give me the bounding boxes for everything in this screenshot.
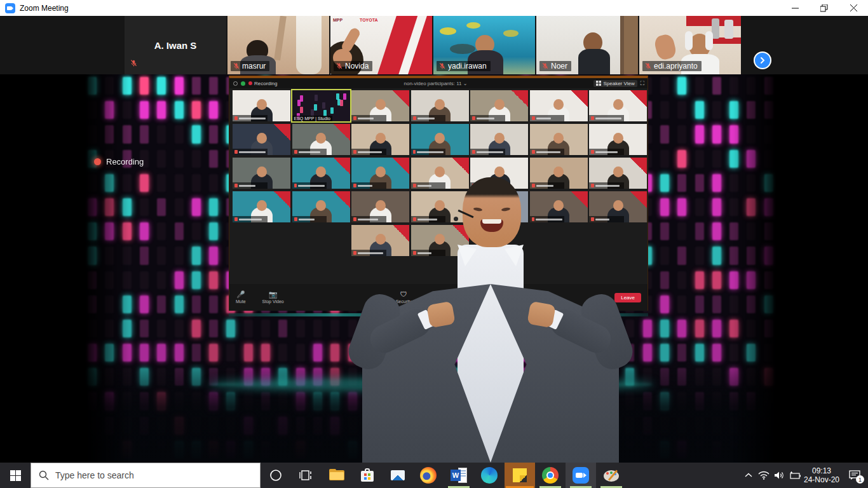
muted-mic-icon <box>336 62 343 70</box>
word-button[interactable]: W <box>444 463 474 488</box>
recording-dot-icon <box>94 158 101 165</box>
chevron-up-icon <box>745 473 752 478</box>
wifi-button[interactable] <box>756 463 771 488</box>
chrome-button[interactable] <box>535 463 566 488</box>
participant-label: Novida <box>334 61 372 71</box>
hidden-icons-button[interactable] <box>741 463 756 488</box>
edge-button[interactable] <box>474 463 505 488</box>
muted-mic-icon <box>541 62 549 70</box>
window-titlebar: Zoom Meeting <box>0 0 868 16</box>
paint-icon <box>603 467 620 484</box>
muted-mic-icon <box>130 58 138 70</box>
brand-logo-toyota: TOYOTA <box>360 18 378 22</box>
participant-tile-yadi-irawan[interactable]: yadi.irawan <box>433 16 535 74</box>
chrome-icon <box>542 467 559 484</box>
paint-button[interactable] <box>596 463 627 488</box>
chevron-right-icon <box>759 57 766 64</box>
participant-filmstrip: A. Iwan S masrur <box>0 16 868 74</box>
minimize-button[interactable] <box>780 0 810 16</box>
cortana-icon <box>269 469 282 482</box>
participant-label: yadi.irawan <box>437 61 491 71</box>
speaker-head <box>463 177 521 247</box>
participant-label: edi.apriyanto <box>642 61 702 71</box>
zoom-app-icon <box>5 3 15 13</box>
search-placeholder: Type here to search <box>55 470 134 480</box>
volume-button[interactable] <box>771 463 787 488</box>
file-explorer-button[interactable] <box>322 463 352 488</box>
participant-tile-noer[interactable]: Noer <box>536 16 638 74</box>
firefox-icon <box>420 467 437 484</box>
participant-name: A. Iwan S <box>125 16 226 74</box>
participant-tile-novida[interactable]: MPP TOYOTA Novida <box>330 16 432 74</box>
recording-label: Recording <box>106 157 144 166</box>
battery-button[interactable] <box>787 463 802 488</box>
participant-name: yadi.irawan <box>448 62 487 71</box>
participant-tile-a-iwan-s[interactable]: A. Iwan S <box>125 16 226 74</box>
restore-button[interactable] <box>810 0 839 16</box>
sticky-notes-icon <box>512 467 528 484</box>
zoom-taskbar-button[interactable] <box>566 463 596 488</box>
participant-tile-masrur[interactable]: masrur <box>227 16 329 74</box>
task-view-icon <box>299 468 313 482</box>
muted-mic-icon <box>233 62 240 70</box>
zoom-meeting-window: Zoom Meeting A. Iwan S <box>0 0 868 488</box>
main-video-stage: Recording non-video participants: 11 ⌄ S… <box>0 74 868 463</box>
speaker-video: Recording non-video participants: 11 ⌄ S… <box>84 74 778 463</box>
start-button[interactable] <box>0 463 31 488</box>
muted-mic-icon <box>438 62 446 70</box>
action-center-button[interactable]: 1 <box>841 463 868 488</box>
participant-label: masrur <box>231 61 269 71</box>
wifi-icon <box>758 471 770 480</box>
participant-label: Noer <box>539 61 571 71</box>
word-icon: W <box>451 467 467 484</box>
microsoft-store-icon <box>359 467 376 484</box>
speaker-person <box>84 74 778 463</box>
window-title: Zoom Meeting <box>20 4 69 13</box>
recording-indicator: Recording <box>94 157 144 166</box>
battery-charging-icon <box>788 471 801 480</box>
muted-mic-icon <box>644 62 652 70</box>
system-tray: 09:13 24-Nov-20 1 <box>741 463 868 488</box>
participant-name: masrur <box>242 62 266 71</box>
next-participants-button[interactable] <box>754 51 771 69</box>
file-explorer-icon <box>329 467 345 484</box>
task-view-button[interactable] <box>291 463 322 488</box>
participant-name: Noer <box>551 62 567 71</box>
speaker-right-fist <box>527 301 556 328</box>
participant-name: Novida <box>345 62 369 71</box>
clock-time: 09:13 <box>803 466 840 475</box>
windows-logo-icon <box>10 470 21 481</box>
microsoft-store-button[interactable] <box>352 463 383 488</box>
speaker-icon <box>774 471 785 480</box>
firefox-button[interactable] <box>413 463 444 488</box>
zoom-icon <box>573 467 589 484</box>
search-icon <box>39 470 49 480</box>
sticky-notes-button[interactable] <box>505 463 535 488</box>
taskbar-clock[interactable]: 09:13 24-Nov-20 <box>802 466 841 484</box>
speaker-left-fist <box>426 301 456 328</box>
participant-name: edi.apriyanto <box>654 62 698 71</box>
brand-logo-mpp: MPP <box>333 18 342 22</box>
mail-icon <box>390 467 406 484</box>
mail-button[interactable] <box>383 463 413 488</box>
taskbar-search[interactable]: Type here to search <box>31 463 261 488</box>
notification-badge: 1 <box>856 475 864 484</box>
clock-date: 24-Nov-20 <box>803 475 840 484</box>
windows-taskbar: Type here to search <box>0 463 868 488</box>
participant-tile-edi-apriyanto[interactable]: edi.apriyanto <box>639 16 741 74</box>
cortana-button[interactable] <box>261 463 291 488</box>
close-button[interactable] <box>839 0 868 16</box>
edge-icon <box>481 467 498 484</box>
